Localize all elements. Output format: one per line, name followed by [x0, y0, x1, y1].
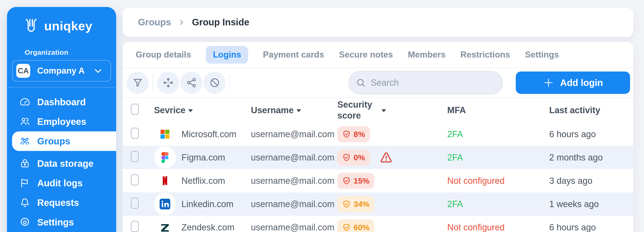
sidebar-item-label: Dashboard: [37, 97, 86, 107]
linkedin-logo: [154, 193, 176, 215]
sidebar-item-label: Settings: [37, 217, 74, 227]
row-checkbox[interactable]: [131, 151, 139, 162]
service-name: Netflix.com: [182, 176, 225, 186]
sort-caret-icon: [382, 109, 386, 112]
move-button[interactable]: [157, 72, 179, 94]
sidebar-item-requests[interactable]: Requests: [12, 193, 116, 212]
breadcrumb-parent[interactable]: Groups: [138, 17, 171, 28]
table-body: Microsoft.comusername@mail.com8%2FA6 hou…: [123, 123, 633, 232]
table-row[interactable]: Figma.comusername@mail.com0%2FA2 months …: [123, 146, 633, 169]
company-selector[interactable]: CA Company A: [12, 60, 111, 81]
mfa-status: Not configured: [447, 222, 549, 232]
warning-icon: [380, 151, 393, 164]
column-header-username[interactable]: Username: [251, 105, 337, 115]
sidebar-item-label: Data storage: [37, 158, 94, 169]
table-row[interactable]: Linkedin.comusername@mail.com34%2FA1 wee…: [123, 192, 633, 216]
table-row[interactable]: Zendesk.comusername@mail.com60%Not confi…: [123, 216, 633, 232]
add-login-label: Add login: [560, 78, 603, 88]
shield-check-icon: [342, 223, 351, 232]
search-input[interactable]: [371, 78, 495, 88]
employees-icon: [20, 116, 30, 127]
mfa-status: 2FA: [447, 129, 549, 139]
tab-payment-cards[interactable]: Payment cards: [263, 50, 324, 60]
block-icon: [209, 77, 220, 88]
block-button[interactable]: [204, 72, 226, 94]
toolbar: Add login: [123, 68, 633, 98]
security-score-badge: 60%: [337, 219, 374, 232]
toolbar-icons: [126, 72, 234, 94]
sidebar-item-settings[interactable]: Settings: [12, 212, 116, 232]
audit-logs-icon: [20, 178, 30, 188]
uniqkey-logo-icon: [24, 18, 38, 34]
shield-check-icon: [342, 177, 351, 185]
microsoft-logo: [154, 123, 176, 145]
service-name: Microsoft.com: [182, 129, 236, 139]
mfa-status: 2FA: [447, 153, 549, 163]
add-login-button[interactable]: Add login: [516, 71, 630, 94]
service-name: Zendesk.com: [182, 222, 234, 232]
username: username@mail.com: [251, 199, 337, 209]
username: username@mail.com: [251, 129, 337, 139]
sidebar-divider: [7, 87, 116, 88]
column-header-security-score[interactable]: Security score: [337, 99, 447, 121]
groups-icon: [20, 136, 30, 147]
security-score-badge: 0%: [337, 150, 370, 166]
tab-members[interactable]: Members: [408, 50, 445, 60]
main-area: Groups Group Inside Group detailsLoginsP…: [123, 8, 633, 232]
row-checkbox[interactable]: [131, 197, 139, 209]
table-row[interactable]: Netflix.comusername@mail.com15%Not confi…: [123, 169, 633, 192]
chevron-down-icon: [94, 66, 103, 75]
netflix-logo: [154, 170, 176, 192]
brand-logo: uniqkey: [24, 18, 116, 34]
last-activity: 6 hours ago: [549, 222, 633, 232]
zendesk-logo: [154, 216, 176, 232]
filter-button[interactable]: [126, 72, 149, 94]
table-row[interactable]: Microsoft.comusername@mail.com8%2FA6 hou…: [123, 123, 633, 146]
requests-icon: [20, 197, 30, 208]
column-header-mfa: MFA: [447, 105, 549, 115]
page-title: Group Inside: [192, 17, 249, 28]
tab-logins[interactable]: Logins: [206, 46, 248, 64]
last-activity: 3 days ago: [549, 176, 633, 186]
last-activity: 6 hours ago: [549, 129, 633, 139]
chevron-right-icon: [178, 18, 185, 26]
column-header-service[interactable]: Sevrice: [154, 105, 251, 115]
search-icon: [356, 78, 366, 88]
sidebar-item-dashboard[interactable]: Dashboard: [12, 92, 116, 112]
tab-restrictions[interactable]: Restrictions: [460, 50, 510, 60]
sidebar-item-label: Audit logs: [37, 178, 83, 188]
settings-icon: [20, 217, 30, 227]
sidebar-item-data-storage[interactable]: Data storage: [12, 154, 116, 173]
mfa-status: Not configured: [447, 176, 549, 186]
organization-label: Organization: [25, 48, 116, 56]
sidebar-item-employees[interactable]: Employees: [12, 112, 116, 131]
search-box[interactable]: [348, 71, 503, 94]
sort-caret-icon: [188, 109, 193, 112]
data-storage-icon: [20, 158, 30, 169]
sidebar-item-label: Requests: [37, 197, 79, 208]
service-name: Figma.com: [182, 153, 225, 163]
select-all-checkbox[interactable]: [131, 104, 139, 115]
content-card: Group detailsLoginsPayment cardsSecure n…: [123, 42, 633, 232]
brand-name: uniqkey: [44, 19, 92, 33]
share-button[interactable]: [180, 72, 202, 94]
row-checkbox[interactable]: [131, 221, 139, 232]
tab-group-details[interactable]: Group details: [136, 50, 191, 60]
sidebar-nav: DashboardEmployeesGroupsData storageAudi…: [7, 92, 116, 232]
row-checkbox[interactable]: [131, 174, 139, 185]
table-header: Sevrice Username Security score MFA Last…: [123, 98, 633, 123]
shield-check-icon: [342, 200, 351, 208]
last-activity: 1 weeks ago: [549, 199, 633, 209]
tab-secure-notes[interactable]: Secure notes: [339, 50, 393, 60]
dashboard-icon: [20, 97, 30, 107]
username: username@mail.com: [251, 153, 337, 163]
row-checkbox[interactable]: [131, 128, 139, 139]
sidebar-item-groups[interactable]: Groups: [12, 131, 116, 151]
sidebar-item-audit-logs[interactable]: Audit logs: [12, 173, 116, 193]
figma-logo: [154, 147, 176, 168]
column-header-last-activity: Last activity: [549, 105, 633, 115]
tab-settings[interactable]: Settings: [525, 50, 559, 60]
sort-caret-icon: [296, 109, 301, 112]
username: username@mail.com: [251, 176, 337, 186]
shield-check-icon: [342, 130, 351, 139]
